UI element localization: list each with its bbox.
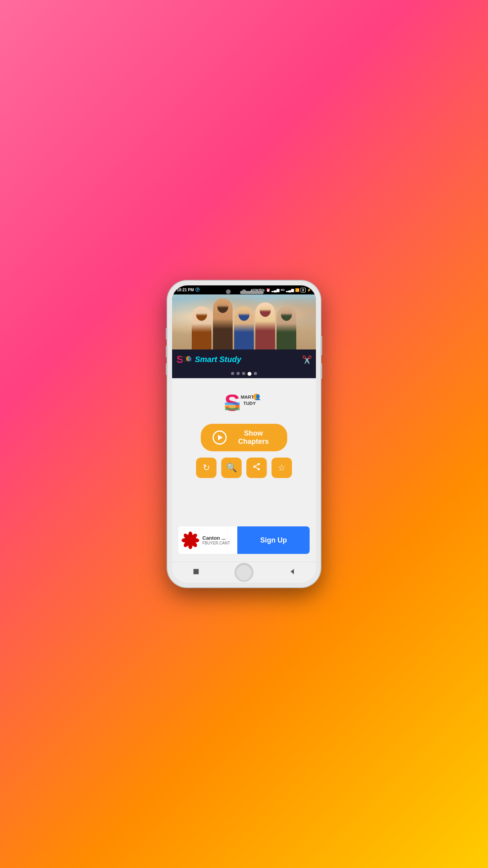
svg-marker-29 — [291, 569, 294, 574]
ad-url: FBUYER.CANT — [202, 541, 230, 545]
back-button[interactable] — [286, 566, 297, 577]
4g-icon: 4G — [281, 288, 285, 292]
carousel-dots — [172, 370, 316, 378]
canton-logo — [182, 531, 199, 549]
search-icon: 🔍 — [226, 463, 237, 473]
smart-study-logo: S MART TUDY 👤 — [224, 386, 264, 417]
svg-text:👤: 👤 — [187, 357, 192, 361]
banner-title: Smart Study — [195, 355, 299, 364]
star-icon: ☆ — [278, 463, 286, 473]
main-content: S MART TUDY 👤 — [172, 378, 316, 562]
person-3 — [234, 306, 254, 349]
play-circle-icon — [213, 430, 227, 445]
ad-left: Canton ... FBUYER.CANT — [178, 526, 237, 554]
svg-point-15 — [258, 468, 260, 471]
ad-brand: Canton ... — [202, 535, 230, 541]
svg-text:👤: 👤 — [255, 394, 261, 401]
person-4 — [255, 302, 275, 349]
svg-line-17 — [255, 465, 258, 466]
ad-text: Canton ... FBUYER.CANT — [202, 535, 230, 545]
svg-point-13 — [258, 463, 260, 465]
svg-rect-6 — [225, 405, 240, 408]
svg-rect-7 — [225, 408, 240, 410]
person-1 — [192, 306, 211, 349]
stop-button[interactable] — [191, 566, 202, 577]
svg-point-27 — [188, 538, 193, 543]
logo-container: S MART TUDY 👤 — [224, 386, 264, 417]
signal-icon: ▂▄▆ — [272, 288, 279, 292]
ad-banner: Canton ... FBUYER.CANT Sign Up — [178, 526, 310, 554]
person-5 — [277, 306, 296, 349]
dot-5[interactable] — [254, 372, 257, 375]
svg-rect-28 — [193, 569, 198, 574]
svg-rect-8 — [225, 403, 240, 405]
ad-signup-area[interactable]: Sign Up — [237, 526, 310, 554]
battery-icon: 8 — [301, 288, 306, 292]
show-chapters-label: Show Chapters — [231, 429, 275, 446]
dot-4-active[interactable] — [248, 372, 251, 376]
physical-home-button[interactable] — [235, 563, 253, 582]
charging-icon: ⚡ — [307, 288, 311, 292]
banner-bottom: S MART TUDY 👤 Smart Study ✂️ — [172, 349, 316, 370]
signal-icon-2: ▂▄▆ — [286, 288, 294, 292]
wifi-icon: 📶 — [295, 288, 299, 292]
icon-buttons-row: ↻ 🔍 — [196, 458, 292, 478]
favorite-button[interactable]: ☆ — [272, 458, 292, 478]
svg-text:TUDY: TUDY — [243, 401, 256, 406]
signup-label: Sign Up — [260, 536, 287, 544]
banner-image — [172, 294, 316, 349]
banner-logo-small: S MART TUDY 👤 — [176, 353, 192, 366]
dot-1[interactable] — [231, 372, 234, 375]
time-display: 10:21 PM — [177, 288, 194, 292]
svg-point-14 — [253, 465, 256, 468]
alarm-icon: ⏰ — [266, 288, 270, 292]
search-button[interactable]: 🔍 — [221, 458, 242, 478]
share-icon — [252, 462, 261, 473]
svg-text:MART: MART — [241, 394, 254, 399]
refresh-button[interactable]: ↻ — [196, 458, 216, 478]
app-content: S MART TUDY 👤 Smart Study ✂️ — [172, 294, 316, 583]
play-triangle — [218, 435, 223, 440]
banner-area: S MART TUDY 👤 Smart Study ✂️ — [172, 294, 316, 378]
person-2 — [213, 298, 233, 349]
dot-2[interactable] — [237, 372, 240, 375]
share-button[interactable] — [246, 458, 267, 478]
dot-3[interactable] — [242, 372, 245, 375]
show-chapters-button[interactable]: Show Chapters — [201, 424, 287, 451]
svg-line-16 — [255, 467, 258, 469]
banner-people — [172, 294, 316, 349]
refresh-icon: ↻ — [203, 463, 210, 473]
scissors-icon: ✂️ — [302, 355, 312, 364]
carrier-icon: Ⓟ — [195, 287, 200, 293]
